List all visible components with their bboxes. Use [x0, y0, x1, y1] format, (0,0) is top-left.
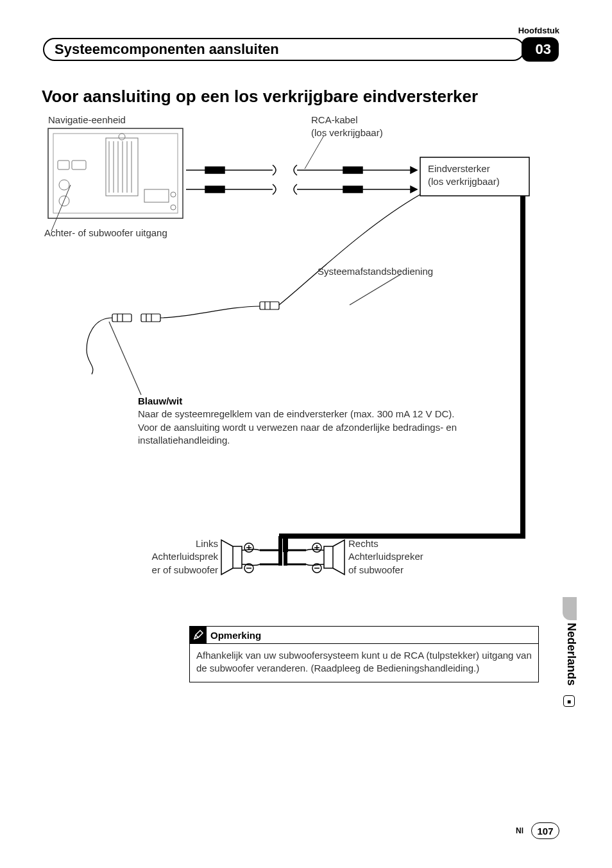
svg-rect-15 [144, 189, 169, 202]
svg-line-45 [109, 322, 141, 395]
label-rca-cable: RCA-kabel (los verkrijgbaar) [311, 114, 383, 140]
note-title: Opmerking [210, 627, 261, 643]
section-title: Systeemcomponenten aansluiten [55, 41, 279, 58]
svg-rect-39 [141, 314, 160, 322]
svg-rect-52 [324, 546, 333, 568]
label-amplifier-sub: (los verkrijgbaar) [428, 176, 500, 187]
svg-rect-3 [58, 161, 69, 169]
svg-point-17 [171, 205, 176, 210]
label-nav-unit: Navigatie-eenheid [48, 114, 126, 126]
svg-rect-20 [205, 167, 225, 173]
chapter-bar: Systeemcomponenten aansluiten 03 [42, 37, 559, 63]
svg-rect-23 [343, 167, 362, 173]
svg-rect-42 [112, 314, 132, 322]
svg-line-33 [305, 135, 324, 169]
svg-rect-27 [205, 186, 225, 193]
section-end-icon: ■ [563, 695, 575, 707]
label-right-speaker: Rechts Achterluidsprek​er of subwoofer [348, 537, 432, 577]
label-system-remote: Systeemafstandsbediening [318, 265, 433, 278]
svg-line-18 [51, 185, 71, 231]
pencil-icon [190, 627, 207, 643]
language-tab-bg [563, 597, 577, 620]
svg-rect-7 [106, 138, 138, 196]
footer-page-number: 107 [531, 822, 559, 839]
svg-rect-1 [48, 128, 183, 218]
svg-rect-4 [72, 161, 86, 169]
note-box: Opmerking Afhankelijk van uw subwoofersy… [189, 626, 539, 682]
svg-point-5 [59, 180, 69, 190]
label-right-title: Rechts [348, 538, 378, 549]
language-tab-text: Nederlands [565, 623, 578, 686]
page-heading: Voor aansluiting op een los verkrijgbare… [42, 87, 478, 107]
label-rear-sub-output: Achter- of subwoofer uitgang [44, 227, 167, 239]
label-left-speaker: Links Achterluidsprek​er of subwoofer [144, 537, 218, 577]
label-amplifier: Eindversterker (los verkrijgbaar) [428, 162, 500, 189]
svg-point-14 [119, 134, 125, 140]
svg-marker-25 [411, 167, 417, 173]
footer-lang-code: Nl [516, 826, 523, 835]
label-rca-cable-sub: (los verkrijgbaar) [311, 127, 383, 138]
svg-point-16 [171, 192, 176, 197]
label-left-title: Links [196, 538, 218, 549]
language-tab: Nederlands [557, 597, 577, 697]
svg-rect-46 [233, 546, 242, 568]
label-amplifier-text: Eindversterker [428, 163, 490, 174]
svg-rect-30 [343, 186, 362, 193]
label-rca-cable-text: RCA-kabel [311, 114, 358, 125]
svg-line-35 [350, 274, 401, 305]
page-footer: Nl 107 [516, 822, 559, 839]
label-blue-white-body: Naar de systeemregelklem van de eindvers… [138, 408, 465, 447]
svg-marker-32 [411, 186, 417, 193]
chapter-number: 03 [536, 41, 551, 58]
svg-rect-2 [53, 134, 178, 213]
label-right-body: Achterluidsprek​er of subwoofer [348, 551, 423, 575]
chapter-label: Hoofdstuk [518, 26, 559, 35]
label-blue-white-title: Blauw/wit [138, 395, 465, 408]
connection-diagram: Navigatie-eenheid RCA-kabel (los verkrij… [42, 112, 539, 587]
note-body: Afhankelijk van uw subwoofersysteem kunt… [190, 644, 538, 682]
label-blue-white: Blauw/wit Naar de systeemregelklem van d… [138, 395, 465, 447]
note-header: Opmerking [190, 627, 538, 644]
label-left-body: Achterluidsprek​er of subwoofer [152, 551, 218, 575]
svg-rect-36 [260, 302, 279, 309]
